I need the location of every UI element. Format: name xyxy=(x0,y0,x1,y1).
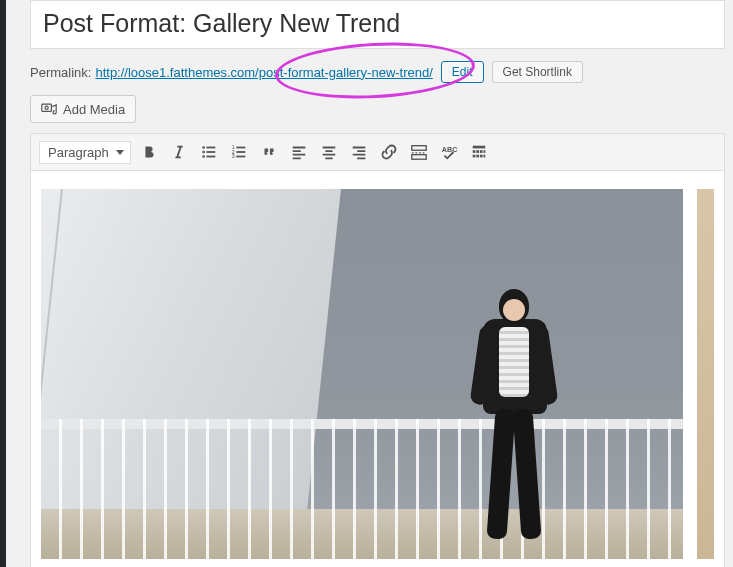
svg-point-2 xyxy=(202,146,205,149)
image-railing-shape xyxy=(41,419,683,559)
align-left-button[interactable] xyxy=(287,140,311,164)
svg-text:ABC: ABC xyxy=(442,145,458,154)
svg-rect-22 xyxy=(473,155,476,158)
svg-rect-21 xyxy=(484,150,486,153)
svg-rect-19 xyxy=(476,150,479,153)
get-shortlink-button[interactable]: Get Shortlink xyxy=(492,61,583,83)
svg-rect-14 xyxy=(412,146,426,151)
edit-permalink-button[interactable]: Edit xyxy=(441,61,484,83)
permalink-url-link[interactable]: http://loose1.fatthemes.com/post-format-… xyxy=(95,65,432,80)
svg-rect-7 xyxy=(206,156,215,158)
svg-rect-24 xyxy=(480,155,483,158)
svg-rect-17 xyxy=(473,146,486,149)
gallery-image-main[interactable] xyxy=(41,189,683,559)
svg-rect-3 xyxy=(206,147,215,149)
unordered-list-button[interactable] xyxy=(197,140,221,164)
insert-more-button[interactable] xyxy=(407,140,431,164)
post-title-container xyxy=(30,0,725,49)
permalink-row: Permalink: http://loose1.fatthemes.com/p… xyxy=(30,61,725,83)
editor-content-area[interactable] xyxy=(31,171,724,567)
svg-rect-0 xyxy=(42,104,52,111)
svg-rect-9 xyxy=(236,147,245,149)
post-title-input[interactable] xyxy=(43,9,712,38)
svg-rect-20 xyxy=(480,150,483,153)
camera-music-icon xyxy=(41,101,57,117)
italic-button[interactable] xyxy=(167,140,191,164)
spellcheck-button[interactable]: ABC xyxy=(437,140,461,164)
insert-link-button[interactable] xyxy=(377,140,401,164)
editor-toolbar: Paragraph 123 xyxy=(31,134,724,171)
ordered-list-button[interactable]: 123 xyxy=(227,140,251,164)
svg-rect-13 xyxy=(236,156,245,158)
svg-point-6 xyxy=(202,155,205,158)
blockquote-button[interactable] xyxy=(257,140,281,164)
svg-point-1 xyxy=(45,106,48,109)
add-media-button[interactable]: Add Media xyxy=(30,95,136,123)
image-person-shape xyxy=(461,289,571,549)
editor-container: Paragraph 123 xyxy=(30,133,725,567)
svg-rect-23 xyxy=(476,155,479,158)
align-center-button[interactable] xyxy=(317,140,341,164)
svg-text:3: 3 xyxy=(232,153,235,159)
svg-rect-11 xyxy=(236,151,245,153)
svg-rect-25 xyxy=(484,155,486,158)
admin-sidebar-edge xyxy=(0,0,6,567)
add-media-label: Add Media xyxy=(63,102,125,117)
block-format-value: Paragraph xyxy=(48,145,109,160)
bold-button[interactable] xyxy=(137,140,161,164)
svg-rect-5 xyxy=(206,151,215,153)
permalink-label: Permalink: xyxy=(30,65,91,80)
block-format-select[interactable]: Paragraph xyxy=(39,141,131,164)
svg-rect-15 xyxy=(412,155,426,160)
gallery-image-next-peek[interactable] xyxy=(697,189,714,559)
svg-point-4 xyxy=(202,151,205,154)
toolbar-toggle-button[interactable] xyxy=(467,140,491,164)
svg-rect-18 xyxy=(473,150,476,153)
align-right-button[interactable] xyxy=(347,140,371,164)
